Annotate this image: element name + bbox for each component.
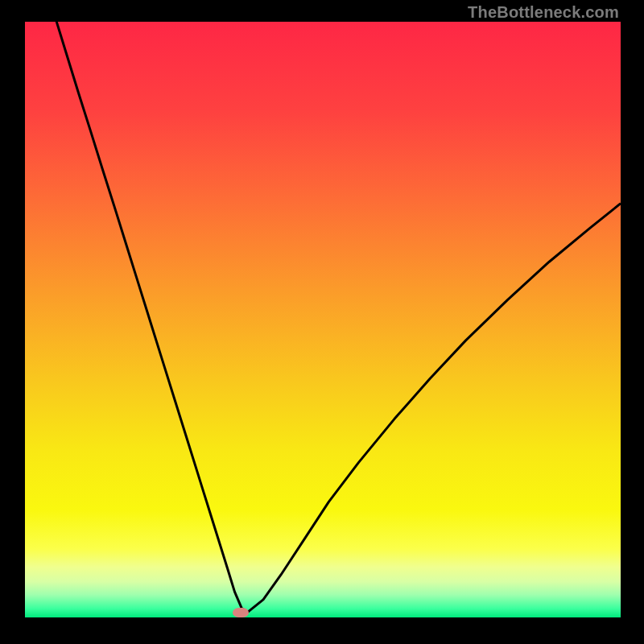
plot-area: [25, 22, 621, 617]
watermark: TheBottleneck.com: [468, 3, 619, 22]
optimal-marker: [233, 608, 249, 617]
bottleneck-curve: [55, 16, 621, 613]
chart-svg: [25, 22, 621, 617]
chart-container: TheBottleneck.com: [0, 0, 644, 644]
